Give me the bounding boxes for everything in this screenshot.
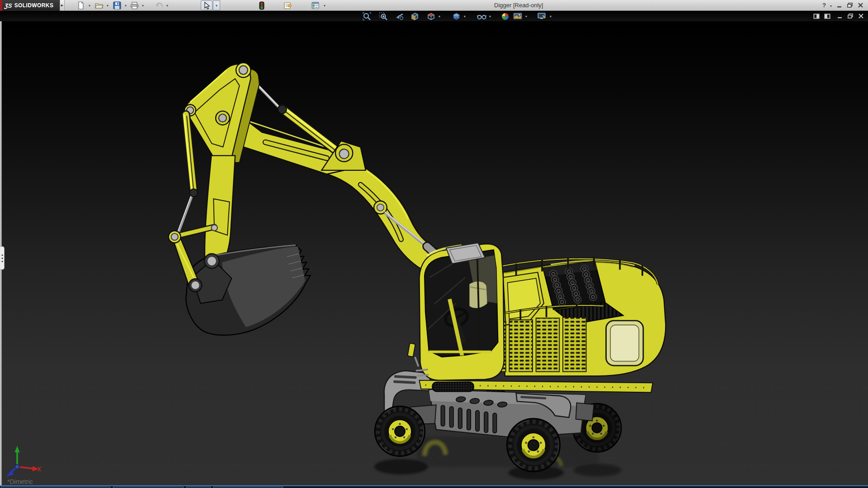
- save-floppy-icon: [113, 1, 121, 9]
- apply-scene-icon: [513, 12, 522, 20]
- pane-left-icon: [813, 14, 820, 19]
- undo-arrow-icon: [155, 1, 164, 9]
- print-button[interactable]: [128, 0, 140, 10]
- pane-toggle-left-button[interactable]: [812, 12, 821, 20]
- printer-icon: [130, 1, 139, 9]
- rebuild-button[interactable]: [256, 0, 268, 10]
- appearance-ball-icon: [501, 12, 509, 21]
- view-settings-icon: [538, 12, 547, 21]
- zoom-to-area-icon: [379, 12, 387, 21]
- boom-stick-pin: [219, 114, 226, 122]
- document-close-button[interactable]: [857, 12, 866, 20]
- graphics-area[interactable]: ◀ ◀ ◀ *Dimetric: [0, 21, 868, 485]
- close-icon: [858, 3, 863, 8]
- zoom-to-fit-button[interactable]: [361, 12, 373, 21]
- apply-scene-button[interactable]: [512, 12, 524, 21]
- pane-toggle-right-button[interactable]: [823, 12, 832, 20]
- view-orientation-label: *Dimetric: [7, 478, 33, 485]
- options-checklist-icon: [311, 1, 320, 9]
- view-orientation-button[interactable]: [425, 12, 437, 21]
- front-grille-strip: [432, 382, 474, 391]
- open-document-dropdown[interactable]: ▼: [105, 0, 110, 10]
- view-settings-button[interactable]: [536, 12, 548, 21]
- save-dropdown[interactable]: ▼: [123, 0, 128, 10]
- hide-show-items-dropdown[interactable]: ▼: [487, 12, 493, 21]
- document-minimize-button[interactable]: [835, 12, 844, 20]
- bucket-cylinder[interactable]: [176, 115, 198, 236]
- new-document-icon: [77, 1, 85, 9]
- document-close-icon: [859, 14, 864, 19]
- view-orientation-icon: [427, 12, 435, 21]
- eyeglasses-icon: [477, 12, 486, 21]
- new-document-dropdown[interactable]: ▼: [87, 0, 92, 10]
- undo-button[interactable]: [154, 0, 165, 10]
- wing-mirror: [407, 343, 415, 357]
- taskbar-sliver: [0, 485, 868, 488]
- collapse-arrow-icon: ◀: [1, 260, 3, 263]
- previous-view-button[interactable]: [393, 12, 405, 21]
- window-title: Digger [Read-only]: [494, 2, 543, 9]
- document-restore-button[interactable]: [846, 12, 855, 20]
- triad-y-axis: [15, 446, 20, 452]
- display-style-icon: [452, 12, 461, 21]
- undo-dropdown[interactable]: ▼: [165, 0, 170, 10]
- stick-bucket-pin: [207, 256, 217, 266]
- view-settings-dropdown[interactable]: ▼: [548, 12, 553, 21]
- file-properties-button[interactable]: [282, 0, 294, 10]
- pane-right-icon: [824, 14, 830, 19]
- file-properties-icon: [283, 1, 292, 9]
- previous-view-icon: [395, 12, 404, 21]
- hide-show-items-button[interactable]: [476, 12, 487, 21]
- select-cursor-icon: [203, 2, 210, 9]
- solidworks-logo-text: SOLIDWORKS: [14, 2, 54, 9]
- close-button[interactable]: [856, 1, 866, 9]
- bucket-link-pin: [191, 281, 200, 290]
- restore-button[interactable]: [845, 1, 855, 9]
- menu-flyout-arrow[interactable]: ▶: [60, 0, 65, 11]
- zoom-to-fit-icon: [363, 12, 371, 21]
- print-dropdown[interactable]: ▼: [140, 0, 146, 10]
- solidworks-logo-mark: ƷS: [4, 2, 13, 9]
- save-button[interactable]: [111, 0, 123, 10]
- minimize-button[interactable]: [835, 1, 844, 9]
- display-style-dropdown[interactable]: ▼: [462, 12, 467, 21]
- options-button[interactable]: [309, 0, 321, 10]
- open-document-button[interactable]: [93, 0, 105, 10]
- collapse-arrow-icon: ◀: [1, 257, 3, 259]
- stick-top-pin: [239, 66, 248, 74]
- section-view-icon: [410, 12, 419, 21]
- display-style-button[interactable]: [450, 12, 462, 21]
- stick-arm[interactable]: [184, 63, 259, 267]
- select-tool-dropdown[interactable]: ▼: [213, 0, 220, 10]
- collapse-arrow-icon: ◀: [1, 254, 3, 256]
- view-orientation-dropdown[interactable]: ▼: [437, 12, 442, 21]
- wheel-front-left[interactable]: [375, 406, 425, 456]
- title-bar: ƷS SOLIDWORKS ▶ ▼ ▼ ▼ ▼: [0, 0, 868, 11]
- help-button[interactable]: ?: [820, 1, 828, 9]
- solidworks-logo: ƷS SOLIDWORKS: [0, 0, 60, 11]
- link-pin-upper: [171, 234, 178, 240]
- options-dropdown[interactable]: ▼: [322, 0, 327, 10]
- restore-icon: [847, 3, 853, 8]
- section-view-button[interactable]: [409, 12, 420, 21]
- wheel-rear-left[interactable]: [507, 418, 560, 472]
- document-restore-icon: [848, 14, 853, 19]
- document-minimize-icon: [838, 14, 843, 19]
- edit-appearance-button[interactable]: [499, 12, 511, 21]
- excavator-model[interactable]: [0, 21, 868, 485]
- select-tool-button[interactable]: [201, 0, 212, 10]
- new-document-button[interactable]: [75, 0, 87, 10]
- help-dropdown[interactable]: ▼: [828, 1, 834, 11]
- featuremanager-flyout-tab[interactable]: ◀ ◀ ◀: [0, 246, 5, 270]
- zoom-to-area-button[interactable]: [377, 12, 389, 21]
- logo-red-stripe: [0, 0, 2, 11]
- traffic-light-icon: [259, 1, 264, 10]
- open-folder-icon: [95, 1, 104, 9]
- apply-scene-dropdown[interactable]: ▼: [524, 12, 529, 21]
- minimize-icon: [837, 3, 842, 8]
